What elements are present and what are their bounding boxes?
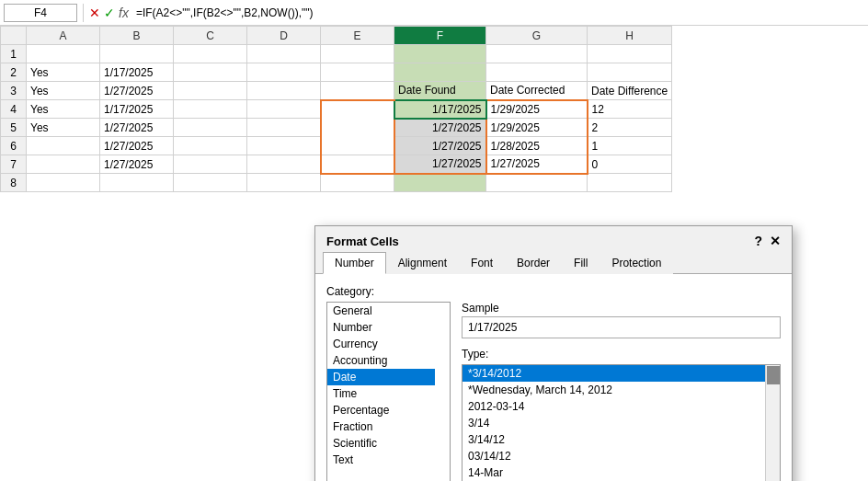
cell-f7[interactable]: 1/27/2025 — [394, 155, 486, 174]
category-scientific[interactable]: Scientific — [327, 435, 435, 452]
col-header-c[interactable]: C — [174, 27, 247, 45]
cell-c4[interactable] — [174, 100, 247, 119]
cell-c6[interactable] — [174, 137, 247, 155]
category-time[interactable]: Time — [327, 385, 435, 402]
cell-b3[interactable]: 1/27/2025 — [100, 82, 174, 100]
cell-d2[interactable] — [247, 63, 321, 82]
check-icon[interactable]: ✓ — [104, 6, 115, 20]
cell-g8[interactable] — [486, 174, 588, 192]
category-general[interactable]: General — [327, 303, 435, 319]
cell-d7[interactable] — [247, 155, 321, 174]
cell-a1[interactable] — [27, 45, 100, 63]
cell-a3[interactable]: Yes — [27, 82, 100, 100]
cell-b7[interactable]: 1/27/2025 — [100, 155, 174, 174]
type-scrollbar[interactable] — [765, 365, 780, 481]
cell-c8[interactable] — [174, 174, 247, 192]
cell-f8[interactable] — [394, 174, 486, 192]
col-header-a[interactable]: A — [27, 27, 100, 45]
type-item-6[interactable]: 14-Mar — [463, 464, 765, 481]
cell-f2[interactable] — [394, 63, 486, 82]
category-scroll-area[interactable]: General Number Currency Accounting Date … — [327, 303, 450, 464]
col-header-e[interactable]: E — [321, 27, 394, 45]
cell-a8[interactable] — [27, 174, 100, 192]
cell-e4[interactable] — [321, 100, 394, 119]
col-header-b[interactable]: B — [100, 27, 174, 45]
cell-f5[interactable]: 1/27/2025 — [394, 119, 486, 137]
cell-a5[interactable]: Yes — [27, 119, 100, 137]
tab-number[interactable]: Number — [323, 252, 386, 274]
type-item-4[interactable]: 3/14/12 — [463, 431, 765, 448]
cell-b6[interactable]: 1/27/2025 — [100, 137, 174, 155]
cell-d5[interactable] — [247, 119, 321, 137]
cell-g7[interactable]: 1/27/2025 — [486, 155, 588, 174]
cell-h4[interactable]: 12 — [588, 100, 672, 119]
category-date[interactable]: Date — [327, 369, 435, 385]
cell-e3[interactable] — [321, 82, 394, 100]
cell-c7[interactable] — [174, 155, 247, 174]
cell-a2[interactable]: Yes — [27, 63, 100, 82]
category-fraction[interactable]: Fraction — [327, 418, 435, 435]
cell-e1[interactable] — [321, 45, 394, 63]
help-icon[interactable]: ? — [754, 234, 762, 248]
category-percentage[interactable]: Percentage — [327, 402, 435, 418]
type-item-5[interactable]: 03/14/12 — [463, 448, 765, 464]
col-header-g[interactable]: G — [486, 27, 588, 45]
tab-alignment[interactable]: Alignment — [386, 252, 459, 274]
cell-a7[interactable] — [27, 155, 100, 174]
type-item-2[interactable]: 2012-03-14 — [463, 398, 765, 415]
cell-c2[interactable] — [174, 63, 247, 82]
col-header-f[interactable]: F — [394, 27, 486, 45]
category-number[interactable]: Number — [327, 319, 435, 336]
type-item-3[interactable]: 3/14 — [463, 415, 765, 431]
type-item-1[interactable]: *Wednesday, March 14, 2012 — [463, 382, 765, 398]
cell-c5[interactable] — [174, 119, 247, 137]
name-box[interactable]: F4 — [4, 4, 77, 22]
cell-e5[interactable] — [321, 119, 394, 137]
type-list-container[interactable]: *3/14/2012 *Wednesday, March 14, 2012 20… — [462, 364, 781, 481]
cell-f4[interactable]: 1/17/2025 — [394, 100, 486, 119]
cell-e7[interactable] — [321, 155, 394, 174]
col-header-d[interactable]: D — [247, 27, 321, 45]
cell-d4[interactable] — [247, 100, 321, 119]
col-header-h[interactable]: H — [588, 27, 672, 45]
cell-c1[interactable] — [174, 45, 247, 63]
cell-b2[interactable]: 1/17/2025 — [100, 63, 174, 82]
cell-d6[interactable] — [247, 137, 321, 155]
cell-h7[interactable]: 0 — [588, 155, 672, 174]
cell-d1[interactable] — [247, 45, 321, 63]
category-text[interactable]: Text — [327, 452, 435, 464]
cell-b4[interactable]: 1/17/2025 — [100, 100, 174, 119]
tab-protection[interactable]: Protection — [600, 252, 673, 274]
cross-icon[interactable]: ✕ — [89, 6, 100, 20]
cell-g1[interactable] — [486, 45, 588, 63]
cell-g2[interactable] — [486, 63, 588, 82]
cell-c3[interactable] — [174, 82, 247, 100]
type-item-0[interactable]: *3/14/2012 — [463, 365, 765, 382]
cell-g4[interactable]: 1/29/2025 — [486, 100, 588, 119]
cell-h8[interactable] — [588, 174, 672, 192]
cell-h5[interactable]: 2 — [588, 119, 672, 137]
cell-d8[interactable] — [247, 174, 321, 192]
category-accounting[interactable]: Accounting — [327, 352, 435, 369]
cell-b1[interactable] — [100, 45, 174, 63]
cell-b8[interactable] — [100, 174, 174, 192]
cell-a6[interactable] — [27, 137, 100, 155]
tab-font[interactable]: Font — [459, 252, 505, 274]
cell-h6[interactable]: 1 — [588, 137, 672, 155]
cell-f6[interactable]: 1/27/2025 — [394, 137, 486, 155]
tab-border[interactable]: Border — [505, 252, 562, 274]
cell-h3[interactable]: Date Difference — [588, 82, 672, 100]
cell-h1[interactable] — [588, 45, 672, 63]
cell-f1[interactable] — [394, 45, 486, 63]
cell-d3[interactable] — [247, 82, 321, 100]
cell-f3[interactable]: Date Found — [394, 82, 486, 100]
cell-e6[interactable] — [321, 137, 394, 155]
cell-e2[interactable] — [321, 63, 394, 82]
cell-g3[interactable]: Date Corrected — [486, 82, 588, 100]
tab-fill[interactable]: Fill — [562, 252, 600, 274]
cell-a4[interactable]: Yes — [27, 100, 100, 119]
cell-b5[interactable]: 1/27/2025 — [100, 119, 174, 137]
cell-g5[interactable]: 1/29/2025 — [486, 119, 588, 137]
cell-g6[interactable]: 1/28/2025 — [486, 137, 588, 155]
category-currency[interactable]: Currency — [327, 336, 435, 352]
